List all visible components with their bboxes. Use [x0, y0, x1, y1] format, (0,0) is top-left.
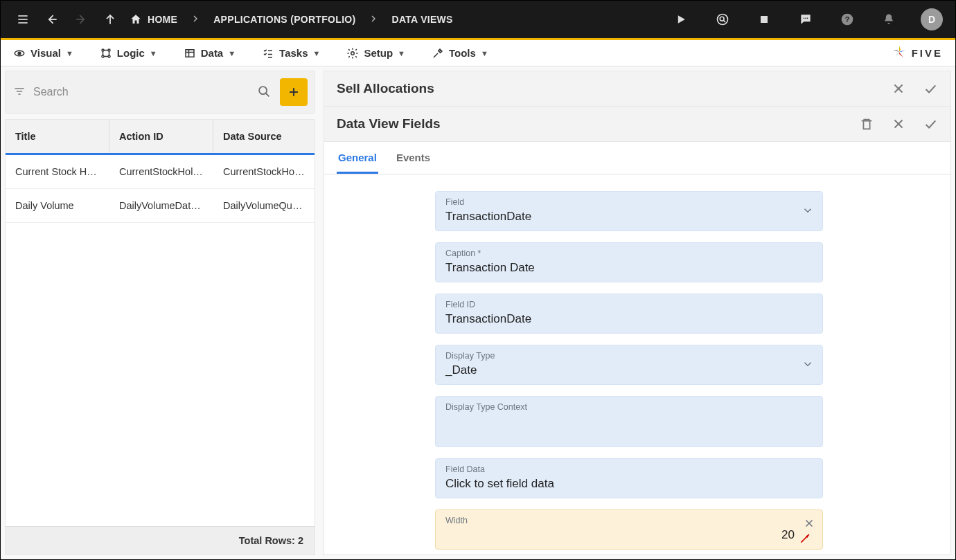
svg-point-8 — [720, 17, 724, 21]
body: Title Action ID Data Source Current Stoc… — [1, 66, 955, 559]
tabs: General Events — [324, 142, 951, 174]
panel-header-data-view-fields: Data View Fields — [324, 106, 951, 142]
field-data-field[interactable]: Field Data Click to set field data — [435, 458, 823, 498]
chevron-down-icon — [802, 358, 814, 372]
search-row — [5, 71, 315, 114]
right-panel: Sell Allocations Data View Fields Genera… — [319, 66, 955, 559]
panel-title: Sell Allocations — [337, 81, 434, 96]
menu-data[interactable]: Data▼ — [184, 47, 236, 60]
panel-title: Data View Fields — [337, 116, 441, 132]
forward-icon — [71, 10, 91, 29]
svg-point-38 — [259, 87, 267, 94]
svg-rect-44 — [863, 120, 869, 129]
panel-header-sell-allocations: Sell Allocations — [324, 71, 951, 106]
col-action-id[interactable]: Action ID — [109, 120, 213, 153]
col-title[interactable]: Title — [6, 120, 109, 153]
table-row[interactable]: Daily Volume DailyVolumeData… DailyVolum… — [6, 189, 315, 223]
left-panel: Title Action ID Data Source Current Stoc… — [1, 66, 319, 559]
data-table: Title Action ID Data Source Current Stoc… — [5, 119, 315, 555]
play-icon[interactable] — [671, 10, 691, 29]
svg-line-9 — [723, 20, 725, 22]
close-icon[interactable] — [891, 81, 906, 96]
top-bar: HOME APPLICATIONS (PORTFOLIO) DATA VIEWS… — [1, 1, 955, 38]
display-type-context-field[interactable]: Display Type Context — [435, 396, 823, 447]
back-icon[interactable] — [42, 10, 62, 29]
search-input[interactable] — [33, 86, 249, 98]
logo: FIVE — [891, 44, 943, 62]
tab-events[interactable]: Events — [395, 142, 432, 174]
menu-logic[interactable]: Logic▼ — [100, 47, 157, 60]
svg-point-13 — [807, 18, 808, 19]
svg-marker-6 — [678, 15, 685, 24]
svg-marker-34 — [893, 50, 899, 52]
form-area: Field TransactionDate Caption * Transact… — [324, 174, 951, 555]
trash-icon[interactable] — [859, 116, 874, 132]
field-id-field[interactable]: Field ID TransactionDate — [435, 293, 823, 334]
svg-text:?: ? — [845, 15, 850, 24]
inspect-icon[interactable] — [713, 10, 732, 29]
svg-point-19 — [108, 49, 110, 51]
clear-icon[interactable] — [803, 517, 815, 532]
table-footer: Total Rows: 2 — [6, 526, 315, 554]
logo-mark-icon — [891, 44, 908, 62]
svg-point-21 — [108, 55, 110, 57]
menu-tasks[interactable]: Tasks▼ — [262, 47, 320, 60]
menu-tools[interactable]: Tools▼ — [432, 47, 488, 60]
check-icon[interactable] — [923, 116, 938, 132]
svg-point-29 — [351, 51, 355, 55]
breadcrumb-item-dataviews[interactable]: DATA VIEWS — [391, 14, 452, 25]
svg-marker-30 — [899, 46, 901, 52]
chat-icon[interactable] — [796, 10, 815, 29]
menu-bar: Visual▼ Logic▼ Data▼ Tasks▼ Setup▼ Tools… — [1, 40, 955, 66]
chevron-right-icon — [368, 13, 379, 26]
hamburger-icon[interactable] — [13, 10, 33, 29]
breadcrumb: HOME APPLICATIONS (PORTFOLIO) DATA VIEWS — [130, 13, 453, 26]
col-data-source[interactable]: Data Source — [213, 120, 315, 153]
svg-marker-32 — [899, 52, 903, 57]
up-icon[interactable] — [100, 10, 120, 29]
table-row[interactable]: Current Stock Ho… CurrentStockHol… Curre… — [6, 155, 315, 189]
svg-point-11 — [804, 18, 805, 19]
tab-general[interactable]: General — [337, 142, 378, 174]
add-button[interactable] — [280, 78, 308, 106]
close-icon[interactable] — [891, 116, 906, 132]
display-type-field[interactable]: Display Type _Date — [435, 345, 823, 385]
breadcrumb-home[interactable]: HOME — [130, 13, 177, 26]
svg-rect-22 — [186, 49, 194, 57]
help-icon[interactable]: ? — [838, 10, 857, 29]
breadcrumb-item-applications[interactable]: APPLICATIONS (PORTFOLIO) — [213, 14, 355, 25]
svg-line-39 — [266, 93, 269, 96]
stop-icon[interactable] — [754, 10, 774, 29]
bell-icon[interactable] — [879, 10, 899, 29]
filter-icon[interactable] — [12, 84, 26, 100]
svg-point-7 — [718, 15, 728, 25]
width-field[interactable]: Width 20 — [435, 509, 823, 550]
caption-field[interactable]: Caption * Transaction Date — [435, 242, 823, 282]
menu-setup[interactable]: Setup▼ — [346, 47, 405, 60]
chevron-down-icon — [802, 204, 814, 219]
avatar[interactable]: D — [921, 8, 943, 30]
search-icon[interactable] — [256, 84, 272, 101]
menu-visual[interactable]: Visual▼ — [13, 47, 73, 60]
svg-marker-33 — [895, 52, 899, 57]
breadcrumb-home-label: HOME — [148, 14, 177, 25]
svg-point-17 — [18, 52, 21, 55]
svg-point-18 — [102, 49, 104, 51]
chevron-right-icon — [190, 13, 201, 26]
svg-point-12 — [805, 18, 806, 19]
svg-rect-10 — [761, 16, 768, 23]
check-icon[interactable] — [923, 81, 938, 96]
logo-text: FIVE — [912, 47, 943, 59]
svg-point-20 — [102, 55, 104, 57]
field-field[interactable]: Field TransactionDate — [435, 191, 823, 231]
annotation-arrow-icon — [799, 531, 813, 545]
